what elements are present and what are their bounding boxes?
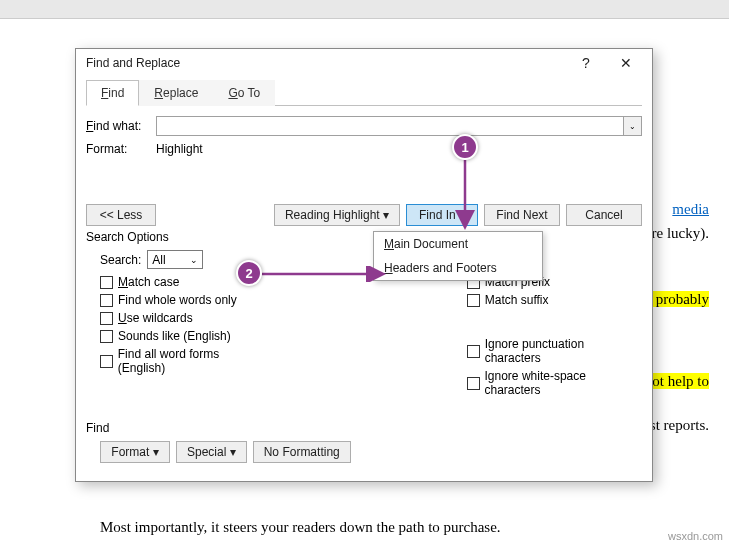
options-right: Match prefix Match suffix Ignore punctua…	[467, 275, 642, 397]
search-direction-select[interactable]: All ⌄	[147, 250, 203, 269]
menu-main-document[interactable]: Main Document	[374, 232, 542, 256]
dialog-title: Find and Replace	[86, 56, 180, 70]
opt-word-forms[interactable]: Find all word forms (English)	[100, 347, 267, 375]
opt-ignore-ws[interactable]: Ignore white-space characters	[467, 369, 642, 397]
options-left: Match case Find whole words only Use wil…	[100, 275, 267, 397]
opt-match-suffix[interactable]: Match suffix	[467, 293, 642, 307]
menu-headers-footers[interactable]: Headers and Footers	[374, 256, 542, 280]
findwhat-input[interactable]	[156, 116, 624, 136]
search-label: Search:	[100, 253, 141, 267]
search-options-label: Search Options	[86, 230, 642, 244]
chevron-down-icon: ⌄	[190, 255, 198, 265]
findwhat-dropdown-icon[interactable]: ⌄	[624, 116, 642, 136]
find-next-button[interactable]: Find Next	[484, 204, 560, 226]
tab-find[interactable]: Find	[86, 80, 139, 106]
close-button[interactable]: ✕	[606, 50, 646, 76]
format-label: Format:	[86, 142, 156, 156]
tab-goto[interactable]: Go To	[213, 80, 275, 106]
opt-ignore-punct[interactable]: Ignore punctuation characters	[467, 337, 642, 365]
doc-line-link: media	[672, 201, 709, 218]
opt-wildcards[interactable]: Use wildcards	[100, 311, 267, 325]
special-button[interactable]: Special ▾	[176, 441, 247, 463]
doc-line6: Most importantly, it steers your readers…	[100, 519, 501, 536]
format-value: Highlight	[156, 142, 203, 156]
findwhat-label: Find what:	[86, 119, 156, 133]
reading-highlight-button[interactable]: Reading Highlight ▾	[274, 204, 400, 226]
callout-1: 1	[452, 134, 478, 160]
opt-sounds-like[interactable]: Sounds like (English)	[100, 329, 267, 343]
help-button[interactable]: ?	[566, 50, 606, 76]
opt-whole-words[interactable]: Find whole words only	[100, 293, 267, 307]
no-formatting-button[interactable]: No Formatting	[253, 441, 351, 463]
less-button[interactable]: << Less	[86, 204, 156, 226]
titlebar[interactable]: Find and Replace ? ✕	[76, 49, 652, 77]
cancel-button[interactable]: Cancel	[566, 204, 642, 226]
callout-2: 2	[236, 260, 262, 286]
find-in-button[interactable]: Find In ▾	[406, 204, 478, 226]
doc-link-media[interactable]: media	[672, 201, 709, 217]
tab-replace[interactable]: Replace	[139, 80, 213, 106]
tab-row: Find Replace Go To	[86, 79, 642, 106]
find-in-menu: Main Document Headers and Footers	[373, 231, 543, 281]
watermark: wsxdn.com	[668, 530, 723, 542]
find-replace-dialog: Find and Replace ? ✕ Find Replace Go To …	[75, 48, 653, 482]
find-group-label: Find	[86, 421, 642, 435]
search-direction-value: All	[152, 253, 165, 267]
format-button[interactable]: Format ▾	[100, 441, 170, 463]
